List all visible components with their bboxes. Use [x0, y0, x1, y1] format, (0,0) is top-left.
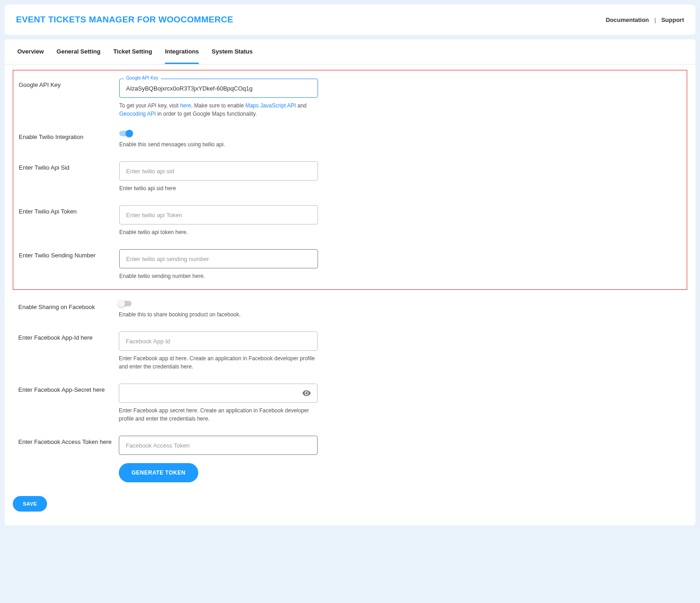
save-button[interactable]: SAVE: [13, 496, 47, 512]
tab-ticket-setting[interactable]: Ticket Setting: [113, 39, 152, 64]
twilio-token-input[interactable]: [119, 205, 318, 224]
eye-icon[interactable]: [302, 389, 311, 398]
row-fb-app-secret: Enter Facebook App-Secret here Enter Fac…: [18, 384, 687, 423]
facebook-section: Enable Sharing on Facebook Enable this t…: [13, 301, 687, 482]
twilio-token-label: Enter Twilio Api Token: [19, 205, 119, 215]
enable-facebook-toggle[interactable]: [119, 301, 132, 306]
row-enable-twilio: Enable Twilio Integration Enable this se…: [19, 131, 681, 149]
twilio-token-help: Enable twilio api token here.: [119, 228, 318, 236]
row-twilio-sid: Enter Twilio Api Sid Enter twilio api si…: [19, 161, 681, 192]
row-google-api-key: Google API Key Google API Key To get you…: [19, 79, 681, 118]
enable-facebook-label: Enable Sharing on Facebook: [18, 301, 119, 310]
twilio-sid-input[interactable]: [119, 161, 318, 181]
twilio-number-input[interactable]: [119, 249, 318, 268]
tab-general-setting[interactable]: General Setting: [57, 39, 101, 64]
save-row: SAVE: [13, 496, 687, 512]
fb-app-secret-help: Enter Facebook app secret here. Create a…: [119, 406, 318, 423]
google-api-key-input[interactable]: [119, 79, 318, 98]
enable-twilio-help: Enable this send messages using twilio a…: [119, 140, 318, 149]
fb-access-token-label: Enter Facebook Access Token here: [18, 436, 119, 445]
generate-token-button[interactable]: GENERATE TOKEN: [119, 463, 198, 482]
enable-twilio-toggle[interactable]: [119, 131, 132, 136]
tab-overview[interactable]: Overview: [17, 39, 44, 64]
enable-twilio-label: Enable Twilio Integration: [19, 131, 119, 140]
page-header: EVENT TICKETS MANAGER FOR WOOCOMMERCE Do…: [5, 5, 695, 35]
google-api-key-label: Google API Key: [19, 79, 119, 88]
row-twilio-number: Enter Twilio Sending Number Enable twili…: [19, 249, 681, 280]
support-link[interactable]: Support: [661, 16, 684, 23]
fb-app-secret-label: Enter Facebook App-Secret here: [18, 384, 119, 393]
row-enable-facebook: Enable Sharing on Facebook Enable this t…: [18, 301, 687, 319]
page-title: EVENT TICKETS MANAGER FOR WOOCOMMERCE: [16, 15, 233, 25]
header-links: Documentation | Support: [606, 16, 684, 23]
geocoding-api-link[interactable]: Geocoding API: [119, 111, 156, 117]
fb-app-secret-input[interactable]: [119, 384, 318, 403]
tab-integrations[interactable]: Integrations: [165, 39, 199, 64]
fb-app-id-input[interactable]: [119, 331, 318, 351]
twilio-number-label: Enter Twilio Sending Number: [19, 249, 119, 259]
fb-access-token-input[interactable]: [119, 436, 318, 455]
content-area: Google API Key Google API Key To get you…: [5, 64, 695, 525]
row-fb-app-id: Enter Facebook App-Id here Enter Faceboo…: [18, 331, 687, 371]
maps-js-api-link[interactable]: Maps JavaScript API: [245, 102, 296, 109]
highlighted-section: Google API Key Google API Key To get you…: [13, 70, 687, 290]
twilio-sid-help: Enter twilio api sid here: [119, 184, 318, 192]
documentation-link[interactable]: Documentation: [606, 16, 649, 23]
row-twilio-token: Enter Twilio Api Token Enable twilio api…: [19, 205, 681, 236]
row-fb-access-token: Enter Facebook Access Token here GENERAT…: [18, 436, 687, 482]
enable-facebook-help: Enable this to share booking product on …: [119, 310, 318, 319]
main-panel: Overview General Setting Ticket Setting …: [5, 39, 695, 525]
fb-app-id-help: Enter Facebook app id here. Create an ap…: [119, 354, 318, 371]
google-api-here-link[interactable]: here: [180, 102, 191, 109]
fb-app-id-label: Enter Facebook App-Id here: [18, 331, 119, 341]
google-api-help: To get your API key, visit here, Make su…: [119, 101, 318, 118]
tabs-bar: Overview General Setting Ticket Setting …: [5, 39, 695, 64]
twilio-number-help: Enable twilio sending number here.: [119, 272, 318, 280]
google-api-floating-label: Google API Key: [124, 75, 161, 80]
header-separator: |: [654, 16, 656, 23]
tab-system-status[interactable]: System Status: [212, 39, 253, 64]
twilio-sid-label: Enter Twilio Api Sid: [19, 161, 119, 171]
